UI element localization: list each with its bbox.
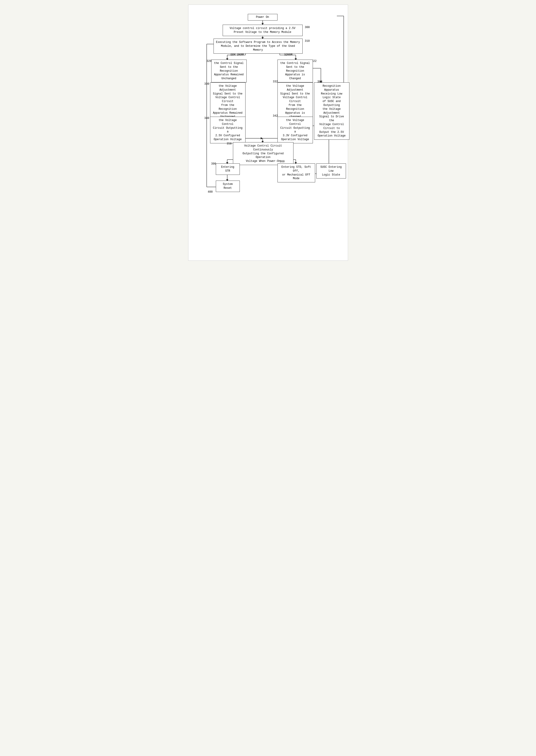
ref-310-label: 310 [305,40,310,43]
box-332: the Voltage Adjustment Signal Sent to th… [278,82,313,120]
power-on-box: Power On [248,14,278,20]
svg-marker-22 [261,138,263,139]
box-380: Recognition Apparatus Receiving Low Logi… [314,82,350,140]
box-390: Entering STR [216,163,240,175]
diagram-container: Power On 300 Voltage control circuit pro… [188,5,348,261]
flowchart: Power On 300 Voltage control circuit pro… [193,12,343,254]
box-310: Executing the Software Program to Access… [214,39,303,54]
ref-332-label: 332 [273,80,278,83]
box-350-label: Voltage Control Circuit Continuously Out… [243,144,284,163]
box-300: Voltage control circuit providing a 2.5V… [223,25,303,36]
box-300-label: Voltage control circuit providing a 2.5V… [229,27,295,34]
box-342-label: the Voltage Control Circuit Outputting a… [280,119,310,141]
box-340: the Voltage Control Circuit Outputting a… [210,117,246,143]
ref-400-label: 400 [208,190,213,194]
box-370: SUSC Entering Low Logic State [316,163,346,178]
ref-342-label: 342 [273,114,278,117]
box-360: Entering STD, Soft Off, or Mechanical Of… [278,163,315,182]
box-340-label: the Voltage Control Circuit Outputting a… [213,119,243,141]
box-342: the Voltage Control Circuit Outputting a… [278,117,313,143]
box-390-label: Entering STR [221,166,234,173]
ref-320-label: 320 [207,60,212,63]
ddr-label: DDR DRAM [231,53,244,56]
box-310-label: Executing the Software Program to Access… [216,41,300,51]
ref-390-label: 390 [211,162,216,166]
box-320-label: the Control Signal Sent to the Recogniti… [214,62,244,80]
box-332-label: the Voltage Adjustment Signal Sent to th… [280,84,310,118]
ref-350-label: 350 [227,142,232,145]
box-400-label: System Reset [223,183,232,190]
box-322: the Control Signal Sent to the Recogniti… [278,60,313,82]
ref-300-label: 300 [305,26,310,29]
box-330: the Voltage Adjustment Signal Sent to th… [210,82,246,120]
power-on-label: Power On [256,16,269,19]
sdram-label: SDRAM [284,53,292,56]
box-400: System Reset [216,180,240,192]
box-320: the Control Signal Sent to the Recogniti… [211,60,247,82]
ref-360-label: 360 [280,160,285,163]
box-380-label: Recognition Apparatus Receiving Low Logi… [318,84,346,138]
box-330-label: the Voltage Adjustment Signal Sent to th… [213,84,243,118]
box-370-label: SUSC Entering Low Logic State [320,166,342,176]
box-360-label: Entering STD, Soft Off, or Mechanical Of… [281,166,311,180]
ref-340-label: 340 [204,117,210,120]
box-322-label: the Control Signal Sent to the Recogniti… [280,62,310,80]
ref-330-label: 330 [204,82,210,86]
